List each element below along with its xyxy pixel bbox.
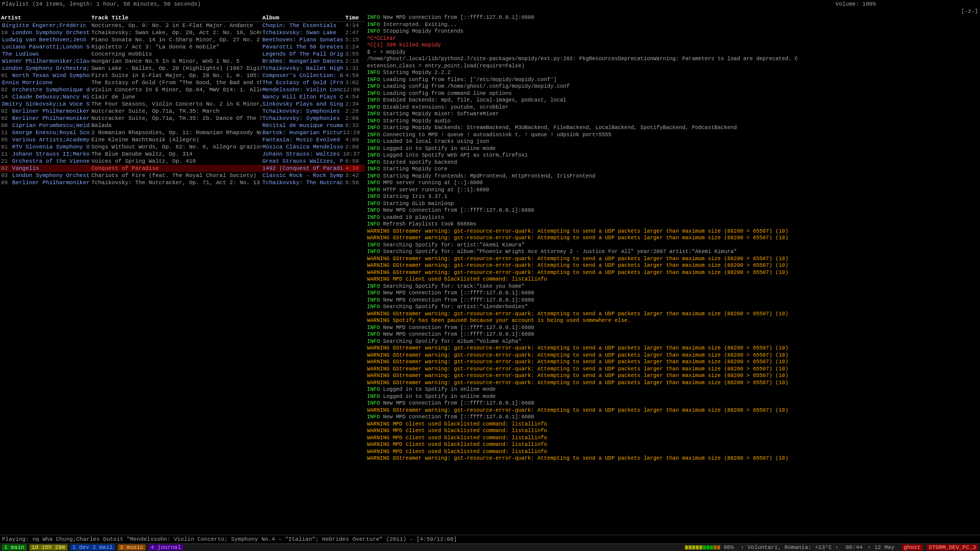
log-line: INFO Starting Mopidy 2.2.2: [367, 69, 978, 77]
track-cell: Conquest of Paradise: [90, 165, 261, 172]
time-cell: 12:08: [343, 86, 361, 93]
date-display: ‹ 12 May: [868, 544, 895, 550]
playlist-row[interactable]: Dmitry Sinkovsky;La Voce SThe Four Seaso…: [0, 101, 365, 108]
tag-music[interactable]: 3 music: [118, 544, 145, 550]
album-cell: Bartok: Hungarian Pictures: [261, 129, 343, 136]
log-line: INFO Logged in to Spotify in online mode: [367, 145, 978, 153]
time-cell: 2:16: [343, 58, 361, 65]
playlist-row[interactable]: Ludwig van Beethoven;JenöPiano Sonata No…: [0, 36, 365, 43]
volume-info: Volume: 100%: [836, 1, 876, 7]
playlist-row[interactable]: 14 Claude Debussy;Nancy HillClair de lun…: [0, 93, 365, 101]
artist-cell: Luciano Pavarotti;London S: [1, 43, 90, 51]
playlist-row[interactable]: 01 RTV Slovenia Symphony OrchSongs Witho…: [0, 143, 365, 151]
log-line: INFO Starting GLib mainloop: [367, 201, 978, 208]
album-cell: Legends Of The Fall Origins: [261, 51, 343, 58]
log-line: INFO Starting Mopidy frontends: MpdFront…: [367, 173, 978, 180]
playlist-row[interactable]: 09 Berliner Philharmoniker;SiTchaikovsky…: [0, 179, 365, 186]
log-line: INFO Starting Mopidy audio: [367, 118, 978, 125]
time-cell: 4:54: [343, 93, 361, 101]
playlist-row[interactable]: Ennio MorriconeThe Ecstasy of Gold (From…: [0, 79, 365, 86]
tag-main[interactable]: 1 main: [2, 544, 27, 550]
playlist-panel: Artist Track Title Album Time Birgitte E…: [0, 14, 365, 535]
playlist-row[interactable]: 10 London Symphony Orchestra;Tchaikovsky…: [0, 29, 365, 36]
track-cell: Concerning Hobbits: [90, 51, 261, 58]
tag-mail[interactable]: 1 dev 2 mail: [70, 544, 115, 550]
album-cell: Composer's Collection: Gust: [261, 72, 343, 79]
log-line: WARNING GStreamer warning: gst-resource-…: [367, 372, 978, 380]
playlist-row[interactable]: 08 Ciprian Porumbescu;Heidi BBaladaRécit…: [0, 122, 365, 129]
track-cell: Balada: [90, 122, 261, 129]
playlist-row[interactable]: The LudlowsConcerning HobbitsLegends Of …: [0, 51, 365, 58]
track-cell: Clair de lune: [90, 93, 261, 101]
track-cell: Voices of Spring Waltz, Op. 410: [90, 158, 261, 165]
artist-cell: 10 London Symphony Orchestra;: [1, 29, 90, 36]
playlist-row[interactable]: Wiener Philharmoniker;ClauHungarian Danc…: [0, 58, 365, 65]
time-cell: 2:47: [343, 29, 361, 36]
col-header-album: Album: [261, 15, 343, 21]
artist-cell: 11 Johann Strauss II;Marko Le: [1, 151, 90, 158]
playlist-row[interactable]: Luciano Pavarotti;London SRigoletto / Ac…: [0, 43, 365, 51]
playlist-row[interactable]: 02 Orchestre Symphonique de MViolin Conc…: [0, 86, 365, 93]
track-cell: Hungarian Dance No.5 In G Minor, WoO 1 N…: [90, 58, 261, 65]
log-line: INFO Disabled extensions: youtube, scrob…: [367, 104, 978, 111]
playlist-row[interactable]: 11 Johann Strauss II;Marko LeThe Blue Da…: [0, 151, 365, 158]
playlist-row[interactable]: 02 Berliner Philharmoniker;MsNutcracker …: [0, 108, 365, 115]
album-cell: Fantasia: Music Evolved (Or: [261, 136, 343, 143]
tag-journal[interactable]: 4 journal: [149, 544, 183, 550]
track-cell: Chariots of Fire (feat. The Royal Choral…: [90, 172, 261, 179]
log-line: WARNING MPD client used blacklisted comm…: [367, 421, 978, 428]
album-cell: The Ecstasy of Gold (From ': [261, 79, 343, 86]
album-cell: Música Clásica Mendelssohn: [261, 143, 343, 151]
log-line: INFO Refresh Playlists took 6666ms: [367, 221, 978, 228]
artist-cell: Wiener Philharmoniker;Clau: [1, 58, 90, 65]
track-cell: Nutcracker Suite, Op.71a, TH.35: March: [90, 108, 261, 115]
log-line: INFO Starting Mopidy core: [367, 166, 978, 173]
album-cell: Brahms: Hungarian Dances: [261, 58, 343, 65]
track-cell: Nutcracker Suite, Op.71a, TH.35: 2b. Dan…: [90, 115, 261, 122]
log-line: INFO Logged in to Spotify in online mode: [367, 386, 978, 393]
artist-cell: 02 Berliner Philharmoniker;Ms: [1, 108, 90, 115]
time-cell: 2:08: [343, 115, 361, 122]
album-cell: Tchaikovsky: The Nutcracker: [261, 179, 343, 186]
album-cell: Récital de musique roumaine: [261, 122, 343, 129]
log-line: INFO Stopping Mopidy frontends: [367, 28, 978, 35]
playlist-row[interactable]: 05 Various Artists;Academy ofEine Kleine…: [0, 136, 365, 143]
log-line: WARNING GStreamer warning: gst-resource-…: [367, 455, 978, 462]
log-line: WARNING GStreamer warning: gst-resource-…: [367, 345, 978, 352]
playlist-row[interactable]: 11 George Enescu;Royal Scotti2 Romanian …: [0, 129, 365, 136]
log-line: WARNING GStreamer warning: gst-resource-…: [367, 407, 978, 414]
playlist-row[interactable]: Birgitte Engerer;FrédéricNocturnes, Op. …: [0, 22, 365, 29]
playlist-row[interactable]: 02 Berliner Philharmoniker;MsNutcracker …: [0, 115, 365, 122]
artist-cell: The Ludlows: [1, 51, 90, 58]
time-cell: 10:37: [343, 151, 361, 158]
log-line: INFO Starting Mopidy backends: StreamBac…: [367, 124, 978, 132]
artist-cell: 11 George Enescu;Royal Scotti: [1, 129, 90, 136]
playlist-row[interactable]: 21 Orchestra of the VienneseVoices of Sp…: [0, 158, 365, 165]
time-cell: 2:26: [343, 108, 361, 115]
playlist-row[interactable]: London Symphony Orchestra;Swan Lake - Ba…: [0, 65, 365, 72]
log-panel: INFO New MPD connection from [::ffff:127…: [365, 14, 980, 535]
track-cell: The Blue Danube Waltz, Op. 314: [90, 151, 261, 158]
artist-cell: London Symphony Orchestra;: [1, 65, 90, 72]
log-line: INFO New MPD connection from [::ffff:127…: [367, 14, 978, 21]
album-cell: 1492 (Conquest Of Paradise): [261, 165, 343, 172]
album-cell: Pavarotti The 50 Greatest T: [261, 43, 343, 51]
log-line: INFO Enabled backends: mpd, file, local-…: [367, 97, 978, 104]
log-line: INFO Interrupted. Exiting...: [367, 21, 978, 29]
log-line: extension_class = entry_point.load(requi…: [367, 63, 978, 70]
log-line: INFO Searching Spotify for: artist:"Akem…: [367, 242, 978, 249]
playlist-row[interactable]: 03 London Symphony Orchestra;Chariots of…: [0, 172, 365, 179]
tag-user: ghost: [902, 544, 923, 550]
artist-cell: 01 North Texas Wind Symphony;: [1, 72, 90, 79]
artist-cell: 09 Berliner Philharmoniker;Si: [1, 179, 90, 186]
album-cell: Nancy Hill Elton Plays Chop: [261, 93, 343, 101]
log-line: INFO Loading config from command line op…: [367, 90, 978, 97]
log-line: WARNING MPD client used blacklisted comm…: [367, 435, 978, 442]
playlist-row[interactable]: 01 North Texas Wind Symphony;First Suite…: [0, 72, 365, 79]
log-line: INFO Starting Iris 3.37.1: [367, 193, 978, 201]
playlist-rows: Birgitte Engerer;FrédéricNocturnes, Op. …: [0, 22, 365, 535]
time-cell: 4:58: [343, 72, 361, 79]
log-line: WARNING MPD client used blacklisted comm…: [367, 276, 978, 283]
playlist-row[interactable]: 02 VangelisConquest of Paradise1492 (Con…: [0, 165, 365, 172]
log-line: INFO Loading config from /home/ghost/.co…: [367, 83, 978, 90]
